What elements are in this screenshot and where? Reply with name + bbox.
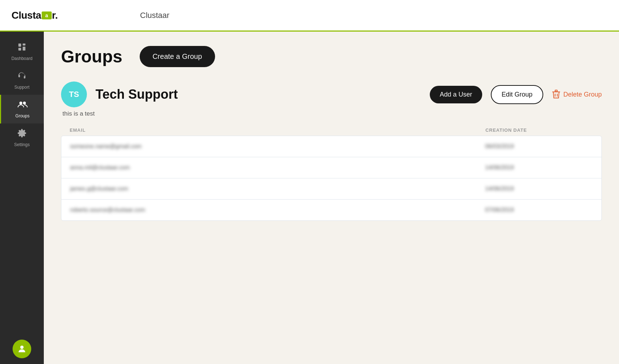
dashboard-icon [17, 42, 27, 54]
group-description: this is a test [61, 110, 602, 117]
table-row: roberto.source@clustaar.com 07/06/2019 [61, 200, 601, 220]
logo-suffix: r. [52, 10, 58, 21]
sidebar-item-support[interactable]: Support [0, 66, 44, 95]
cell-date: 14/06/2019 [485, 186, 593, 192]
logo-box: a [42, 11, 52, 19]
table-header: EMAIL CREATION DATE [61, 127, 602, 136]
add-user-button[interactable]: Add a User [430, 86, 482, 103]
cell-date: 14/06/2019 [485, 164, 593, 171]
create-group-button[interactable]: Create a Group [140, 46, 215, 67]
app-name: Clustaar [118, 11, 169, 20]
group-name: Tech Support [96, 87, 421, 102]
sidebar-item-groups[interactable]: Groups [0, 95, 44, 123]
sidebar-label-dashboard: Dashboard [11, 56, 33, 61]
sidebar-label-support: Support [14, 85, 29, 90]
cell-date: 06/03/2019 [485, 143, 593, 150]
svg-rect-0 [18, 43, 21, 47]
cell-date: 07/06/2019 [485, 207, 593, 213]
cell-email: anna.mil@clustaar.com [70, 164, 485, 171]
sidebar-item-settings[interactable]: Settings [0, 123, 44, 152]
sidebar: Dashboard Support Groups Settings [0, 32, 44, 364]
page-title: Groups [61, 47, 122, 66]
svg-rect-1 [23, 43, 25, 45]
user-avatar[interactable] [13, 340, 31, 358]
svg-rect-3 [23, 47, 25, 51]
group-header: TS Tech Support Add a User Edit Group De… [61, 81, 602, 107]
page-header: Groups Create a Group [61, 46, 602, 67]
col-date-header: CREATION DATE [485, 127, 593, 133]
sidebar-label-groups: Groups [15, 113, 29, 118]
delete-group-button[interactable]: Delete Group [552, 89, 602, 99]
group-avatar: TS [61, 81, 87, 107]
topbar: Clustaar. Clustaar [0, 0, 619, 32]
col-email-header: EMAIL [70, 127, 485, 133]
delete-group-label: Delete Group [563, 91, 602, 98]
trash-icon [552, 89, 560, 99]
sidebar-item-dashboard[interactable]: Dashboard [0, 37, 44, 66]
svg-point-4 [19, 102, 22, 104]
svg-rect-2 [18, 48, 21, 51]
table-row: someone.name@gmail.com 06/03/2019 [61, 136, 601, 157]
table-row: james.g@clustaar.com 14/06/2019 [61, 178, 601, 200]
cell-email: roberto.source@clustaar.com [70, 207, 485, 213]
table-row: anna.mil@clustaar.com 14/06/2019 [61, 157, 601, 178]
group-card: TS Tech Support Add a User Edit Group De… [61, 81, 602, 221]
table-body: someone.name@gmail.com 06/03/2019 anna.m… [61, 136, 602, 221]
groups-icon [17, 100, 28, 111]
svg-point-5 [23, 102, 26, 104]
logo-prefix: Clusta [11, 10, 41, 21]
logo: Clustaar. [0, 10, 118, 21]
settings-icon [17, 129, 27, 140]
cell-email: james.g@clustaar.com [70, 186, 485, 192]
svg-rect-8 [555, 90, 557, 92]
sidebar-label-settings: Settings [14, 142, 29, 147]
edit-group-button[interactable]: Edit Group [491, 85, 543, 104]
svg-point-6 [20, 346, 23, 349]
main-content: Groups Create a Group TS Tech Support Ad… [44, 32, 619, 364]
support-icon [17, 71, 27, 83]
cell-email: someone.name@gmail.com [70, 143, 485, 150]
